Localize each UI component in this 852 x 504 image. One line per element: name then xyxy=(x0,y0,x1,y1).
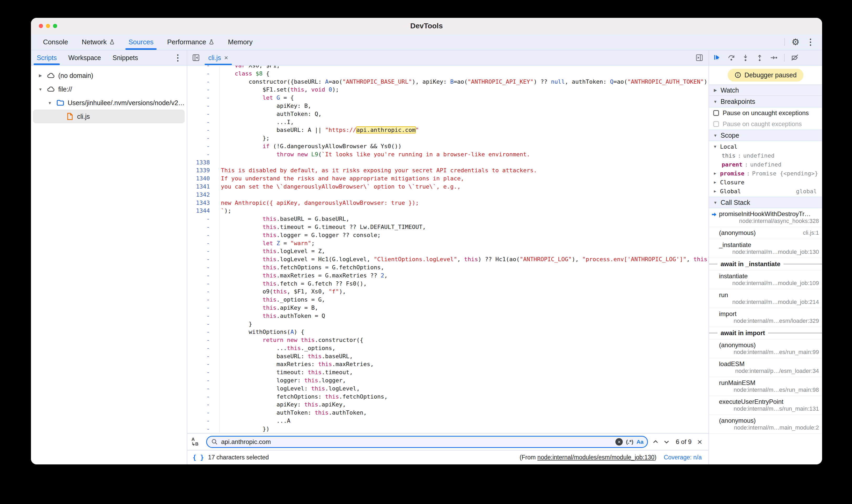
line-gutter[interactable]: - xyxy=(187,150,215,159)
step-out-icon[interactable] xyxy=(756,54,764,61)
line-gutter[interactable]: - xyxy=(187,94,215,102)
line-gutter[interactable]: - xyxy=(187,247,215,255)
line-gutter[interactable]: - xyxy=(187,336,215,344)
line-gutter[interactable]: - xyxy=(187,78,215,86)
chevron-down-icon[interactable] xyxy=(663,438,670,445)
deactivate-breakpoints-icon[interactable] xyxy=(791,54,799,61)
call-stack-frame[interactable]: executeUserEntryPointnode:internal/m…s/r… xyxy=(709,396,822,415)
tree-item-file-[interactable]: ▼file:// xyxy=(33,82,185,96)
line-gutter[interactable]: - xyxy=(187,264,215,272)
call-stack-frame[interactable]: (anonymous)node:internal/m…es/run_main:9… xyxy=(709,339,822,358)
line-gutter[interactable]: - xyxy=(187,239,215,248)
scope-row[interactable]: ▶promise: Promise {<pending>} xyxy=(709,169,822,178)
section-call-stack[interactable]: ▼ Call Stack xyxy=(709,197,822,208)
line-gutter[interactable]: - xyxy=(187,280,215,288)
line-gutter[interactable]: - xyxy=(187,126,215,134)
call-stack-frame[interactable]: importnode:internal/m…esm/loader:329 xyxy=(709,308,822,327)
caret-right-icon[interactable]: ▶ xyxy=(712,189,718,194)
clear-icon[interactable]: × xyxy=(616,438,623,446)
call-stack-frame[interactable]: (anonymous)cli.js:1 xyxy=(709,227,822,239)
caret-right-icon[interactable]: ▶ xyxy=(712,171,718,176)
collapse-left-icon[interactable] xyxy=(192,50,200,65)
navigator-kebab-icon[interactable]: ⋮ xyxy=(174,50,187,65)
line-gutter[interactable]: 1340 xyxy=(187,175,215,183)
line-gutter[interactable]: - xyxy=(187,401,215,409)
call-stack-frame[interactable]: loadESMnode:internal/p…/esm_loader:34 xyxy=(709,358,822,377)
sidebar-tab-scripts[interactable]: Scripts xyxy=(31,50,63,65)
line-gutter[interactable]: - xyxy=(187,409,215,417)
line-gutter[interactable]: - xyxy=(187,223,215,231)
section-scope[interactable]: ▼ Scope xyxy=(709,129,822,141)
line-gutter[interactable]: 1341 xyxy=(187,183,215,191)
tab-network[interactable]: Network xyxy=(75,34,122,50)
section-watch[interactable]: ▶ Watch xyxy=(709,85,822,96)
line-gutter[interactable]: 1338 xyxy=(187,159,215,167)
line-gutter[interactable]: - xyxy=(187,385,215,393)
scope-row[interactable]: ▶Globalglobal xyxy=(709,187,822,196)
line-gutter[interactable]: - xyxy=(187,312,215,320)
line-gutter[interactable]: - xyxy=(187,110,215,118)
line-gutter[interactable]: - xyxy=(187,353,215,361)
line-gutter[interactable]: - xyxy=(187,66,215,70)
line-gutter[interactable]: - xyxy=(187,272,215,280)
call-stack-frame[interactable]: runMainESMnode:internal/m…es/run_main:98 xyxy=(709,377,822,396)
close-icon[interactable]: × xyxy=(697,438,702,446)
tab-memory[interactable]: Memory xyxy=(221,34,260,50)
chevron-up-icon[interactable] xyxy=(652,438,659,445)
line-gutter[interactable]: - xyxy=(187,215,215,223)
caret-right-icon[interactable]: ▶ xyxy=(37,73,44,78)
kebab-menu-icon[interactable]: ⋮ xyxy=(806,38,815,46)
tab-performance[interactable]: Performance xyxy=(160,34,221,50)
replace-toggle-icon[interactable]: A↳B xyxy=(192,437,202,447)
checkbox[interactable] xyxy=(713,121,719,127)
scope-row[interactable]: ▼Local xyxy=(709,142,822,151)
call-stack-frame[interactable]: runnode:internal/m…module_job:214 xyxy=(709,289,822,308)
sidebar-tab-workspace[interactable]: Workspace xyxy=(63,50,107,65)
line-gutter[interactable]: - xyxy=(187,417,215,425)
line-gutter[interactable]: 1344 xyxy=(187,207,215,215)
line-gutter[interactable]: - xyxy=(187,393,215,401)
tree-item-cli-js[interactable]: cli.js xyxy=(33,110,185,123)
sidebar-tab-snippets[interactable]: Snippets xyxy=(107,50,144,65)
caret-down-icon[interactable]: ▼ xyxy=(46,101,54,105)
close-tab-icon[interactable]: × xyxy=(224,54,228,62)
scope-row[interactable]: parent: undefined xyxy=(709,160,822,169)
close-window-button[interactable] xyxy=(39,24,43,28)
line-gutter[interactable]: - xyxy=(187,142,215,150)
caret-down-icon[interactable]: ▼ xyxy=(712,144,718,149)
line-gutter[interactable]: - xyxy=(187,118,215,126)
tree-item-users-jinhuilee-nvm-versions-node-v2-[interactable]: ▼Users/jinhuilee/.nvm/versions/node/v2… xyxy=(33,96,185,110)
resume-icon[interactable] xyxy=(713,54,721,61)
breakpoint-option[interactable]: Pause on uncaught exceptions xyxy=(709,108,822,119)
call-stack-frame[interactable]: instantiatenode:internal/m…module_job:10… xyxy=(709,270,822,289)
step-into-icon[interactable] xyxy=(742,54,749,61)
line-gutter[interactable]: - xyxy=(187,344,215,353)
scope-row[interactable]: ▶Closure xyxy=(709,178,822,187)
call-stack-frame[interactable]: promiseInitHookWithDestroyTr…node:intern… xyxy=(709,208,822,227)
tab-sources[interactable]: Sources xyxy=(122,34,160,50)
line-gutter[interactable]: - xyxy=(187,288,215,296)
search-pill[interactable]: × (.*) Aa xyxy=(206,436,648,448)
line-gutter[interactable]: - xyxy=(187,360,215,368)
breakpoint-option[interactable]: Pause on caught exceptions xyxy=(709,119,822,129)
line-gutter[interactable]: 1343 xyxy=(187,199,215,207)
zoom-window-button[interactable] xyxy=(53,24,57,28)
line-gutter[interactable]: - xyxy=(187,377,215,385)
line-gutter[interactable]: - xyxy=(187,368,215,377)
line-gutter[interactable]: 1342 xyxy=(187,191,215,199)
line-gutter[interactable]: - xyxy=(187,425,215,433)
minimize-window-button[interactable] xyxy=(46,24,50,28)
line-gutter[interactable]: - xyxy=(187,304,215,312)
section-breakpoints[interactable]: ▼ Breakpoints xyxy=(709,96,822,108)
line-gutter[interactable]: - xyxy=(187,70,215,78)
search-input[interactable] xyxy=(221,438,612,446)
line-gutter[interactable]: - xyxy=(187,320,215,328)
line-gutter[interactable]: - xyxy=(187,231,215,239)
scope-row[interactable]: this: undefined xyxy=(709,151,822,160)
file-tab-clijs[interactable]: cli.js × xyxy=(203,50,233,65)
caret-down-icon[interactable]: ▼ xyxy=(37,87,44,91)
line-gutter[interactable]: - xyxy=(187,102,215,110)
collapse-right-icon[interactable] xyxy=(695,50,709,65)
line-gutter[interactable]: - xyxy=(187,255,215,264)
line-gutter[interactable]: 1339 xyxy=(187,166,215,175)
